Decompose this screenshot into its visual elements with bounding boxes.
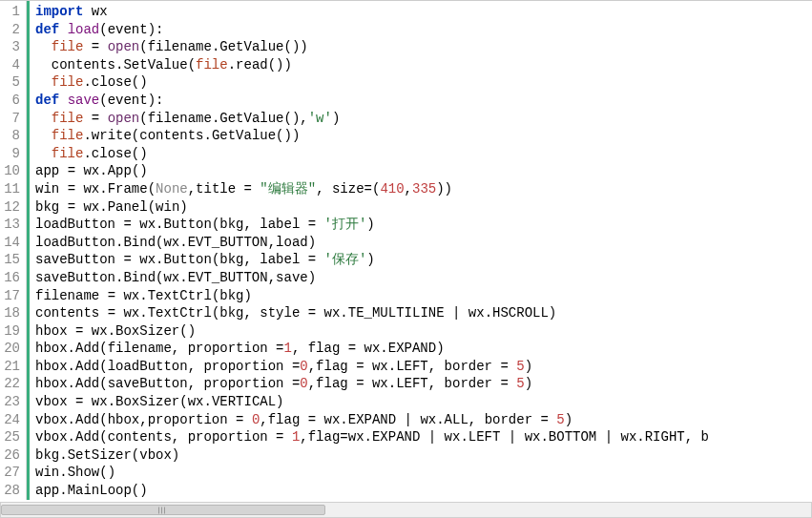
token-var: file	[52, 128, 84, 143]
token-name: Add	[75, 359, 99, 374]
token-op: )	[565, 412, 573, 427]
code-line[interactable]: file.write(contents.GetValue())	[35, 127, 812, 145]
token-str: 'w'	[308, 111, 332, 126]
token-op: ,	[188, 376, 204, 391]
token-op: )	[244, 288, 252, 303]
token-name: TextCtrl	[148, 305, 212, 321]
token-name: loadButton	[35, 235, 115, 250]
code-line[interactable]: def load(event):	[35, 21, 812, 39]
token-name: GetValue	[219, 111, 283, 126]
token-name: wx	[188, 394, 204, 409]
line-number: 7	[2, 110, 20, 128]
token-name: wx	[163, 235, 179, 250]
token-name: wx	[92, 4, 108, 19]
horizontal-scrollbar[interactable]	[0, 502, 812, 518]
token-op: .	[83, 74, 91, 90]
code-line[interactable]: bkg = wx.Panel(win)	[35, 198, 812, 217]
token-op: (	[148, 181, 156, 197]
token-op: .	[228, 57, 236, 73]
token-name: BoxSizer	[115, 394, 179, 409]
code-line[interactable]: contents = wx.TextCtrl(bkg, style = wx.T…	[35, 304, 812, 322]
scrollbar-track[interactable]	[1, 503, 811, 517]
token-op: =	[308, 217, 316, 232]
token-op: ,	[172, 429, 188, 445]
code-line[interactable]: win = wx.Frame(None,title = "编辑器", size=…	[35, 180, 812, 198]
token-op: ,	[260, 412, 267, 427]
code-line[interactable]: app = wx.App()	[35, 162, 812, 180]
code-line[interactable]: bkg.SetSizer(vbox)	[35, 446, 812, 465]
token-op: |	[452, 305, 460, 321]
token-op: .	[388, 359, 396, 374]
token-name: win	[35, 181, 59, 197]
token-name: bkg	[35, 199, 59, 215]
code-line[interactable]: hbox.Add(filename, proportion =1, flag =…	[35, 340, 812, 358]
code-editor[interactable]: 1234567891011121314151617181920212223242…	[0, 0, 812, 500]
code-line[interactable]: contents.SetValue(file.read())	[35, 56, 812, 74]
line-number: 22	[2, 375, 20, 393]
scrollbar-thumb[interactable]	[1, 505, 325, 515]
code-line[interactable]: saveButton.Bind(wx.EVT_BUTTON,save)	[35, 269, 812, 287]
token-name: proportion	[203, 359, 283, 374]
token-op: (	[99, 341, 107, 356]
token-op: .	[83, 146, 91, 161]
code-line[interactable]: file.close()	[35, 145, 812, 163]
token-fn: save	[68, 93, 100, 108]
token-name: RIGHT	[645, 429, 685, 445]
code-line[interactable]: loadButton = wx.Button(bkg, label = '打开'…	[35, 216, 812, 234]
token-name: Button	[163, 217, 211, 232]
line-number: 4	[2, 56, 20, 74]
token-op: .	[203, 394, 211, 409]
code-line[interactable]: hbox = wx.BoxSizer()	[35, 322, 812, 341]
code-line[interactable]: file.close()	[35, 73, 812, 92]
token-kw: def	[35, 93, 59, 108]
line-number: 6	[2, 92, 20, 110]
code-line[interactable]: loadButton.Bind(wx.EVT_BUTTON,load)	[35, 234, 812, 252]
token-op: )	[549, 305, 556, 321]
token-op: |	[509, 429, 516, 445]
code-line[interactable]: file = open(filename.GetValue())	[35, 38, 812, 56]
token-name: BOTTOM	[549, 429, 596, 445]
token-op: =	[276, 429, 283, 445]
token-name: border	[445, 376, 492, 391]
token-op: ,	[468, 412, 485, 427]
code-line[interactable]: win.Show()	[35, 464, 812, 482]
token-name: SetValue	[123, 57, 187, 73]
token-op: (	[132, 447, 139, 463]
code-line[interactable]: vbox = wx.BoxSizer(wx.VERTICAL)	[35, 393, 812, 411]
token-op: ()	[132, 163, 148, 178]
token-name: contents	[52, 57, 115, 73]
token-num: 0	[300, 376, 307, 391]
token-name: wx	[525, 429, 541, 445]
code-line[interactable]: filename = wx.TextCtrl(bkg)	[35, 287, 812, 305]
token-op: .	[380, 341, 387, 356]
code-line[interactable]: hbox.Add(loadButton, proportion =0,flag …	[35, 358, 812, 376]
token-name: saveButton	[108, 376, 188, 391]
token-op: =	[75, 323, 83, 339]
token-name: GetValue	[212, 128, 276, 143]
code-line[interactable]: app.MainLoop()	[35, 482, 812, 500]
code-line[interactable]: file = open(filename.GetValue(),'w')	[35, 110, 812, 128]
code-line[interactable]: def save(event):	[35, 92, 812, 110]
token-op: ):	[148, 22, 164, 37]
token-op: (	[99, 93, 107, 108]
token-op: =	[308, 252, 316, 267]
code-line[interactable]: vbox.Add(hbox,proportion = 0,flag = wx.E…	[35, 411, 812, 429]
code-line[interactable]: hbox.Add(saveButton, proportion =0,flag …	[35, 375, 812, 393]
line-number: 10	[2, 162, 20, 180]
code-area[interactable]: import wxdef load(event): file = open(fi…	[30, 1, 812, 500]
token-op: .	[108, 394, 115, 409]
token-op: =	[92, 111, 99, 126]
token-op: (	[188, 57, 196, 73]
token-name: TE_MULTILINE	[348, 305, 445, 321]
token-name: LEFT	[396, 376, 428, 391]
code-line[interactable]: saveButton = wx.Button(bkg, label = '保存'…	[35, 251, 812, 269]
token-name: size	[332, 181, 364, 197]
token-name: wx	[348, 429, 364, 445]
token-num: 1	[284, 341, 292, 356]
code-line[interactable]: import wx	[35, 3, 812, 21]
token-name: wx	[83, 199, 99, 215]
token-op: =	[276, 341, 283, 356]
token-op: =	[108, 288, 115, 303]
code-line[interactable]: vbox.Add(contents, proportion = 1,flag=w…	[35, 428, 812, 446]
token-op: .	[139, 288, 147, 303]
